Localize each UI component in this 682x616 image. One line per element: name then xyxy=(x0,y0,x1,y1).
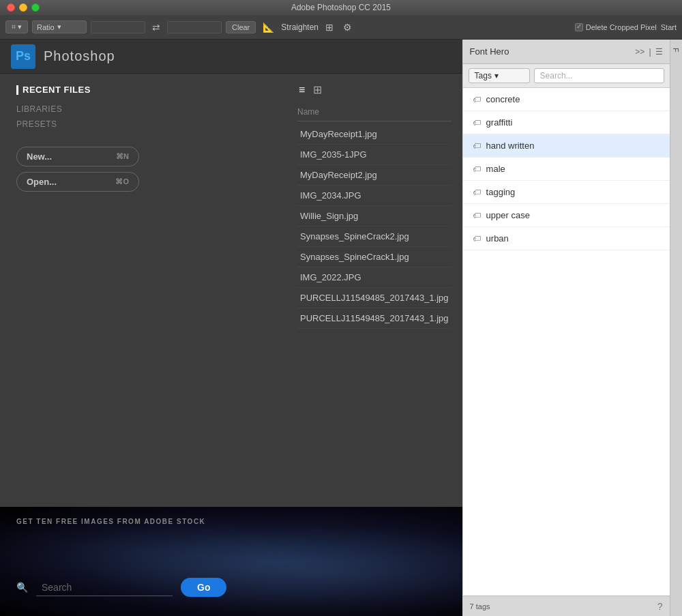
crop-tool-button[interactable]: ⌗ ▾ xyxy=(5,20,28,33)
tag-item-tagging[interactable]: 🏷tagging xyxy=(463,181,670,204)
presets-nav-item[interactable]: PRESETS xyxy=(16,118,143,130)
new-button[interactable]: New... ⌘N xyxy=(16,147,139,166)
straighten-label: Straighten xyxy=(281,23,318,32)
minimize-button[interactable] xyxy=(19,3,27,12)
tag-label: concrete xyxy=(486,94,660,104)
file-item[interactable]: Synapses_SpineCrack2.jpg xyxy=(297,226,451,247)
main-container: Ps Photoshop RECENT FILES LIBRARIES PRES… xyxy=(0,40,682,616)
file-item[interactable]: IMG_2035-1JPG xyxy=(297,145,451,165)
tags-dropdown-icon: ▾ xyxy=(494,71,499,80)
help-icon[interactable]: ? xyxy=(657,601,663,612)
font-hero-search-row: Tags ▾ xyxy=(463,64,670,88)
tag-item-upper_case[interactable]: 🏷upper case xyxy=(463,204,670,227)
right-edge-panel: F xyxy=(670,40,683,616)
ratio-label: Ratio xyxy=(37,23,55,31)
recent-files-label: RECENT FILES xyxy=(23,85,91,95)
file-item[interactable]: IMG_2022.JPG xyxy=(297,267,451,288)
ratio-select[interactable]: Ratio ▾ xyxy=(32,20,87,33)
file-item[interactable]: Synapses_SpineCrack1.jpg xyxy=(297,247,451,267)
recent-files-header: RECENT FILES xyxy=(16,85,143,95)
new-shortcut: ⌘N xyxy=(116,152,129,161)
photoshop-area: Ps Photoshop RECENT FILES LIBRARIES PRES… xyxy=(0,40,462,616)
tag-item-concrete[interactable]: 🏷concrete xyxy=(463,88,670,111)
clear-button[interactable]: Clear xyxy=(226,21,256,33)
nav-sidebar: RECENT FILES LIBRARIES PRESETS New... ⌘N… xyxy=(0,74,143,507)
straighten-icon: 📐 xyxy=(260,20,277,34)
tag-list: 🏷concrete🏷graffitti🏷hand written🏷male🏷ta… xyxy=(463,88,670,596)
crop-dropdown-icon: ▾ xyxy=(18,23,22,31)
delete-cropped-checkbox[interactable] xyxy=(575,23,583,31)
tags-label: Tags xyxy=(475,71,492,80)
panel-header-buttons: >> | ☰ xyxy=(635,47,662,57)
list-view-button[interactable]: ≡ xyxy=(297,83,306,98)
tag-label: upper case xyxy=(486,210,660,220)
tag-item-graffitti[interactable]: 🏷graffitti xyxy=(463,111,670,134)
window-controls xyxy=(7,3,40,12)
nav-buttons: New... ⌘N Open... ⌘O xyxy=(16,147,143,192)
stock-banner-text: GET TEN FREE IMAGES FROM ADOBE STOCK xyxy=(16,518,205,525)
stock-search-area: 🔍 Go xyxy=(16,578,226,597)
tag-item-urban[interactable]: 🏷urban xyxy=(463,227,670,250)
tag-item-male[interactable]: 🏷male xyxy=(463,158,670,181)
file-list-toolbar: ≡ ⊞ xyxy=(297,82,451,98)
tag-label: male xyxy=(486,164,660,174)
delete-cropped-label: Delete Cropped Pixel xyxy=(586,23,657,31)
tag-label: tagging xyxy=(486,187,660,197)
ps-app-title: Photoshop xyxy=(44,48,115,64)
crop-icon: ⌗ xyxy=(12,23,16,31)
tags-dropdown[interactable]: Tags ▾ xyxy=(469,68,530,83)
font-hero-search-input[interactable] xyxy=(534,68,664,83)
file-item[interactable]: IMG_2034.JPG xyxy=(297,186,451,206)
grid-icon[interactable]: ⊞ xyxy=(323,20,336,34)
height-input[interactable] xyxy=(167,21,222,33)
close-button[interactable] xyxy=(7,3,15,12)
tag-count: 7 tags xyxy=(470,602,490,611)
titlebar: Adobe Photoshop CC 2015 xyxy=(0,0,682,15)
libraries-nav-item[interactable]: LIBRARIES xyxy=(16,103,143,115)
panel-menu-button[interactable]: ☰ xyxy=(655,47,663,57)
ratio-dropdown-icon: ▾ xyxy=(57,23,61,31)
file-list-container: ≡ ⊞ Name MyDayReceipt1.jpgIMG_2035-1JPGM… xyxy=(286,74,462,507)
width-input[interactable] xyxy=(91,21,145,33)
tag-item-hand_written[interactable]: 🏷hand written xyxy=(463,134,670,158)
ps-logo: Ps xyxy=(11,44,35,69)
tag-icon: 🏷 xyxy=(473,188,481,197)
grid-view-button[interactable]: ⊞ xyxy=(312,82,323,98)
stock-search-input[interactable] xyxy=(36,579,173,596)
delete-cropped-container: Delete Cropped Pixel xyxy=(575,23,657,31)
tag-icon: 🏷 xyxy=(473,141,481,151)
file-list-column-name: Name xyxy=(297,106,451,121)
toolbar: ⌗ ▾ Ratio ▾ ⇄ Clear 📐 Straighten ⊞ ⚙ Del… xyxy=(0,15,682,40)
file-item[interactable]: Willie_Sign.jpg xyxy=(297,206,451,226)
font-hero-panel: Font Hero >> | ☰ Tags ▾ 🏷concrete🏷graffi… xyxy=(462,40,670,616)
file-item[interactable]: PURCELLJ11549485_2017443_1.jpg xyxy=(297,308,451,329)
start-button[interactable]: Start xyxy=(661,23,677,31)
maximize-button[interactable] xyxy=(31,3,40,12)
stock-go-button[interactable]: Go xyxy=(181,578,226,597)
window-title: Adobe Photoshop CC 2015 xyxy=(291,3,391,12)
file-item[interactable]: PURCELLJ11549485_2017443_1.jpg xyxy=(297,288,451,308)
file-items: MyDayReceipt1.jpgIMG_2035-1JPGMyDayRecei… xyxy=(297,124,451,329)
tag-icon: 🏷 xyxy=(473,234,481,244)
stock-search-icon: 🔍 xyxy=(16,582,28,593)
font-hero-title: Font Hero xyxy=(470,46,636,57)
tag-icon: 🏷 xyxy=(473,118,481,128)
font-hero-header: Font Hero >> | ☰ xyxy=(463,40,670,64)
file-item[interactable]: MyDayReceipt2.jpg xyxy=(297,165,451,186)
recent-files-bar xyxy=(16,85,18,95)
font-hero-footer: 7 tags ? xyxy=(463,596,670,616)
right-edge-icon: F xyxy=(672,48,680,53)
open-shortcut: ⌘O xyxy=(115,177,129,186)
file-item[interactable]: MyDayReceipt1.jpg xyxy=(297,124,451,145)
settings-icon[interactable]: ⚙ xyxy=(340,20,355,34)
tag-label: hand written xyxy=(486,141,660,151)
ps-header: Ps Photoshop xyxy=(0,40,462,74)
tag-icon: 🏷 xyxy=(473,211,481,220)
tag-icon: 🏷 xyxy=(473,95,481,104)
open-button[interactable]: Open... ⌘O xyxy=(16,172,139,192)
file-content: RECENT FILES LIBRARIES PRESETS New... ⌘N… xyxy=(0,74,462,507)
panel-expand-button[interactable]: >> xyxy=(635,47,644,57)
swap-icon[interactable]: ⇄ xyxy=(149,20,163,34)
tag-label: urban xyxy=(486,233,660,244)
tag-label: graffitti xyxy=(486,117,660,128)
